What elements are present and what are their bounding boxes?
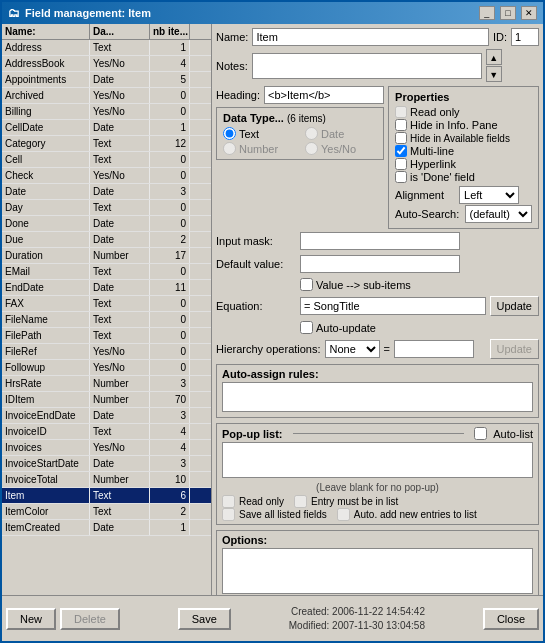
- minimize-button[interactable]: _: [479, 6, 495, 20]
- field-list-row[interactable]: Item Text 6: [2, 488, 211, 504]
- field-list-row[interactable]: Invoices Yes/No 4: [2, 440, 211, 456]
- field-list-row[interactable]: Duration Number 17: [2, 248, 211, 264]
- close-button[interactable]: Close: [483, 608, 539, 630]
- field-list-row[interactable]: Date Date 3: [2, 184, 211, 200]
- id-input[interactable]: [511, 28, 539, 46]
- equation-input[interactable]: [300, 297, 486, 315]
- field-list-row[interactable]: Day Text 0: [2, 200, 211, 216]
- prop-done-checkbox[interactable]: [395, 171, 407, 183]
- field-da-cell: Text: [90, 40, 150, 55]
- field-list-row[interactable]: HrsRate Number 3: [2, 376, 211, 392]
- field-list-row[interactable]: Due Date 2: [2, 232, 211, 248]
- field-list[interactable]: Address Text 1 AddressBook Yes/No 4 Appo…: [2, 40, 211, 595]
- autosearch-row: Auto-Search: (default) None Contains: [395, 205, 532, 223]
- window-title: Field management: Item: [25, 7, 151, 19]
- radio-date-input[interactable]: [305, 127, 318, 140]
- prop-multiline-checkbox[interactable]: [395, 145, 407, 157]
- autolist-checkbox[interactable]: [474, 427, 487, 440]
- autoassign-input[interactable]: [222, 382, 533, 412]
- field-list-row[interactable]: Check Yes/No 0: [2, 168, 211, 184]
- equation-label: Equation:: [216, 300, 296, 312]
- popup-autoadd-group: Auto. add new entries to list: [337, 508, 477, 521]
- radio-text: Text: [223, 127, 295, 140]
- field-list-row[interactable]: InvoiceID Text 4: [2, 424, 211, 440]
- field-list-row[interactable]: CellDate Date 1: [2, 120, 211, 136]
- field-name-cell: Address: [2, 40, 90, 55]
- prop-readonly-checkbox[interactable]: [395, 106, 407, 118]
- autoupdate-row: Auto-update: [216, 321, 539, 334]
- popup-autoadd-checkbox[interactable]: [337, 508, 350, 521]
- name-input[interactable]: [252, 28, 489, 46]
- autoupdate-checkbox[interactable]: [300, 321, 313, 334]
- field-list-row[interactable]: Category Text 12: [2, 136, 211, 152]
- field-list-row[interactable]: Followup Yes/No 0: [2, 360, 211, 376]
- hierarchy-row: Hierarchy operations: None Sum Average =…: [216, 339, 539, 359]
- field-nb-cell: 3: [150, 408, 190, 423]
- field-da-cell: Yes/No: [90, 104, 150, 119]
- field-list-row[interactable]: AddressBook Yes/No 4: [2, 56, 211, 72]
- radio-text-input[interactable]: [223, 127, 236, 140]
- prop-hide-info-checkbox[interactable]: [395, 119, 407, 131]
- field-list-row[interactable]: EndDate Date 11: [2, 280, 211, 296]
- field-list-row[interactable]: FAX Text 0: [2, 296, 211, 312]
- close-window-button[interactable]: ✕: [521, 6, 537, 20]
- maximize-button[interactable]: □: [500, 6, 516, 20]
- radio-yesno-input[interactable]: [305, 142, 318, 155]
- field-da-cell: Text: [90, 296, 150, 311]
- autosearch-select[interactable]: (default) None Contains: [465, 205, 532, 223]
- col-header-nb[interactable]: nb ite...: [150, 24, 190, 39]
- delete-button[interactable]: Delete: [60, 608, 120, 630]
- field-list-row[interactable]: Cell Text 0: [2, 152, 211, 168]
- inputmask-input[interactable]: [300, 232, 460, 250]
- field-list-row[interactable]: Address Text 1: [2, 40, 211, 56]
- options-title: Options:: [222, 534, 533, 546]
- field-list-row[interactable]: IDItem Number 70: [2, 392, 211, 408]
- field-list-row[interactable]: FileName Text 0: [2, 312, 211, 328]
- equation-update-button[interactable]: Update: [490, 296, 539, 316]
- field-da-cell: Yes/No: [90, 344, 150, 359]
- hierarchy-update-button[interactable]: Update: [490, 339, 539, 359]
- datatype-title: Data Type... (6 items): [223, 112, 377, 124]
- field-list-row[interactable]: Archived Yes/No 0: [2, 88, 211, 104]
- field-list-row[interactable]: FileRef Yes/No 0: [2, 344, 211, 360]
- radio-number-input[interactable]: [223, 142, 236, 155]
- save-button[interactable]: Save: [178, 608, 231, 630]
- value-subitems-checkbox[interactable]: [300, 278, 313, 291]
- field-list-row[interactable]: Billing Yes/No 0: [2, 104, 211, 120]
- prop-hide-avail-checkbox[interactable]: [395, 132, 407, 144]
- options-input[interactable]: [222, 548, 533, 594]
- col-header-da[interactable]: Da...: [90, 24, 150, 39]
- field-list-row[interactable]: ItemCreated Date 1: [2, 520, 211, 536]
- prop-hide-avail: Hide in Available fields: [395, 132, 532, 144]
- field-list-row[interactable]: EMail Text 0: [2, 264, 211, 280]
- field-list-row[interactable]: ItemColor Text 2: [2, 504, 211, 520]
- field-list-row[interactable]: FilePath Text 0: [2, 328, 211, 344]
- heading-input[interactable]: [264, 86, 384, 104]
- popup-input[interactable]: [222, 442, 533, 478]
- popup-saveall-checkbox[interactable]: [222, 508, 235, 521]
- col-header-name[interactable]: Name:: [2, 24, 90, 39]
- field-list-row[interactable]: InvoiceStartDate Date 3: [2, 456, 211, 472]
- heading-datatype-section: Heading: Data Type... (6 items) Text: [216, 86, 384, 160]
- field-nb-cell: 0: [150, 216, 190, 231]
- notes-scroll-up[interactable]: ▲: [486, 49, 502, 65]
- alignment-row: Alignment Left Center Right: [395, 186, 532, 204]
- value-subitems-label: Value --> sub-items: [316, 279, 411, 291]
- popup-readonly-group: Read only: [222, 495, 284, 508]
- hierarchy-input[interactable]: [394, 340, 474, 358]
- hierarchy-select[interactable]: None Sum Average: [325, 340, 380, 358]
- prop-hyperlink-checkbox[interactable]: [395, 158, 407, 170]
- defaultvalue-input[interactable]: [300, 255, 460, 273]
- field-list-row[interactable]: InvoiceEndDate Date 3: [2, 408, 211, 424]
- notes-scroll-down[interactable]: ▼: [486, 66, 502, 82]
- field-list-row[interactable]: Appointments Date 5: [2, 72, 211, 88]
- popup-entry-must-checkbox[interactable]: [294, 495, 307, 508]
- field-list-row[interactable]: Done Date 0: [2, 216, 211, 232]
- notes-input[interactable]: [252, 53, 482, 79]
- popup-readonly-checkbox[interactable]: [222, 495, 235, 508]
- field-da-cell: Text: [90, 312, 150, 327]
- created-line: Created: 2006-11-22 14:54:42: [289, 605, 425, 619]
- new-button[interactable]: New: [6, 608, 56, 630]
- alignment-select[interactable]: Left Center Right: [459, 186, 519, 204]
- field-list-row[interactable]: InvoiceTotal Number 10: [2, 472, 211, 488]
